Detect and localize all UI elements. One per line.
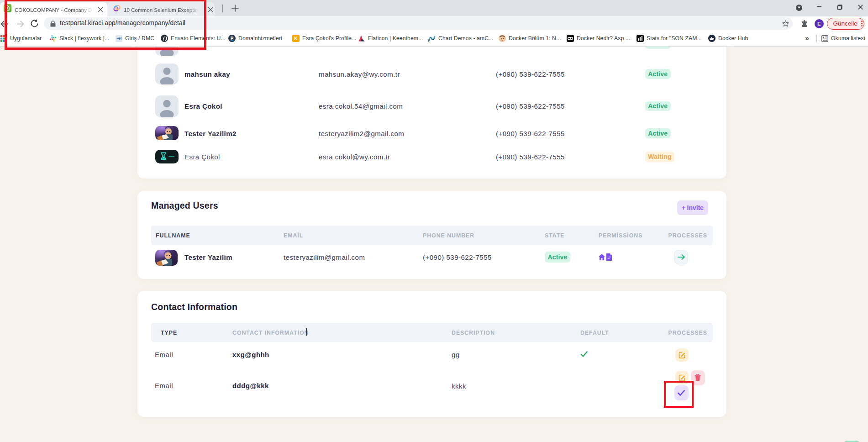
svg-text:P: P bbox=[231, 36, 234, 41]
user-name: mahsun akay bbox=[184, 70, 230, 78]
column-header-processes: PROCESSES bbox=[668, 232, 707, 239]
contact-type: Email bbox=[155, 351, 173, 358]
column-header-phone: PHONE NUMBER bbox=[423, 232, 474, 239]
contact-description: kkkk bbox=[452, 382, 466, 390]
managed-users-title: Managed Users bbox=[151, 200, 218, 211]
browser-window: Active mahsun akay mahsun.akay@wy.com.tr… bbox=[0, 0, 868, 442]
puzzle-icon bbox=[801, 20, 808, 27]
default-check-icon bbox=[580, 351, 588, 357]
plus-icon bbox=[231, 5, 239, 12]
managed-user-name: Tester Yazilim bbox=[184, 253, 232, 261]
flaticon-icon bbox=[358, 35, 365, 42]
column-header-email: EMAİL bbox=[284, 232, 303, 239]
column-header-state: STATE bbox=[545, 232, 564, 239]
face-avatar-icon bbox=[499, 35, 506, 42]
docker-hub-icon bbox=[708, 35, 715, 42]
user-phone: (+090) 539-622-7555 bbox=[496, 102, 565, 110]
annotation-rect-addressbar bbox=[5, 0, 206, 50]
user-phone: (+090) 539-622-7555 bbox=[496, 153, 565, 161]
company-users-card bbox=[137, 27, 726, 179]
edit-pencil-icon bbox=[679, 352, 685, 358]
k-square-icon: K bbox=[292, 35, 300, 42]
reading-list-button[interactable]: Okuma listesi bbox=[821, 31, 865, 46]
column-header-type: TYPE bbox=[161, 330, 177, 336]
avatar bbox=[155, 95, 179, 117]
document-permission-icon bbox=[606, 253, 612, 261]
minimize-icon bbox=[817, 6, 821, 7]
avatar-photo bbox=[155, 126, 179, 140]
user-phone: (+090) 539-622-7555 bbox=[496, 130, 565, 137]
edit-pencil-icon bbox=[679, 374, 685, 381]
tab-separator bbox=[222, 5, 223, 12]
edit-contact-button[interactable] bbox=[675, 348, 689, 362]
p-circle-icon: P bbox=[228, 35, 236, 42]
update-label: Güncelle bbox=[833, 20, 857, 27]
bookmark-item[interactable]: Docker Nedir? Asp .... bbox=[567, 31, 632, 46]
status-badge: Active bbox=[645, 101, 671, 111]
trash-icon bbox=[694, 374, 701, 381]
chevron-down-icon bbox=[797, 6, 801, 9]
bookmark-item[interactable]: Docker Bölüm 1: N... bbox=[499, 31, 561, 46]
contact-value: dddg@kkk bbox=[232, 382, 269, 389]
user-email: esra.cokol.54@gmail.com bbox=[319, 102, 403, 110]
user-email: mahsun.akay@wy.com.tr bbox=[319, 70, 400, 78]
home-permission-icon bbox=[598, 253, 605, 261]
amcharts-icon bbox=[428, 35, 436, 42]
avatar-initial: E bbox=[817, 21, 821, 26]
avatar bbox=[155, 63, 179, 84]
profile-avatar[interactable]: E bbox=[815, 19, 824, 29]
invite-button[interactable]: + Invite bbox=[677, 200, 708, 215]
column-header-description: DESCRİPTION bbox=[452, 330, 495, 336]
window-close-button[interactable] bbox=[853, 0, 868, 14]
black-stats-icon bbox=[637, 35, 644, 42]
extensions-button[interactable] bbox=[800, 19, 810, 29]
contact-type: Email bbox=[155, 382, 173, 389]
user-name: Esra Çokol bbox=[184, 153, 220, 161]
invite-label: Invite bbox=[687, 204, 704, 211]
status-badge: Active bbox=[545, 252, 570, 263]
bookmarks-overflow-button[interactable]: » bbox=[805, 31, 809, 46]
plus-icon: + bbox=[682, 204, 686, 211]
user-email: testeryazilim2@gmail.com bbox=[319, 130, 404, 137]
avatar-photo bbox=[155, 250, 178, 266]
bookmark-item[interactable]: Chart Demos - amC... bbox=[428, 31, 494, 46]
update-chrome-button[interactable]: Güncelle bbox=[827, 18, 864, 30]
open-processes-button[interactable] bbox=[674, 250, 688, 264]
tab-search-button[interactable] bbox=[796, 5, 802, 11]
arrow-right-icon bbox=[678, 254, 685, 260]
kebab-menu-icon[interactable] bbox=[861, 21, 863, 27]
user-phone: (+090) 539-622-7555 bbox=[496, 70, 565, 78]
column-header-permissions: PERMİSSİONS bbox=[599, 232, 642, 239]
column-header-processes: PROCESSES bbox=[668, 330, 707, 336]
bookmark-item[interactable]: K Esra Çokol's Profile... bbox=[292, 31, 356, 46]
bookmark-item[interactable]: Flaticon | Keenthem... bbox=[358, 31, 423, 46]
column-header-contact-info[interactable]: CONTACT INFORMATİON bbox=[232, 330, 309, 336]
status-badge: Active bbox=[645, 128, 671, 138]
user-name: Tester Yazilim2 bbox=[184, 130, 237, 137]
user-email: esra.cokol@wy.com.tr bbox=[319, 153, 390, 161]
managed-user-email: testeryazilim@gmail.com bbox=[284, 253, 365, 261]
bookmark-item[interactable]: Docker Hub bbox=[708, 31, 748, 46]
contact-value: xxg@ghhh bbox=[232, 351, 269, 358]
window-minimize-button[interactable] bbox=[811, 0, 827, 14]
column-header-fullname: FULLNAME bbox=[156, 232, 190, 239]
tab-close-icon[interactable] bbox=[207, 6, 214, 13]
user-name: Esra Çokol bbox=[184, 102, 222, 110]
status-badge: Waiting bbox=[645, 152, 674, 162]
black-circles-icon bbox=[567, 35, 574, 42]
reading-list-icon bbox=[821, 35, 828, 42]
bookmark-item[interactable]: P Domainhizmetleri bbox=[228, 31, 282, 46]
avatar-photo bbox=[155, 150, 179, 163]
chevrons-right-icon: » bbox=[805, 34, 809, 42]
text-cursor bbox=[306, 328, 307, 336]
restore-icon bbox=[837, 5, 842, 10]
bookmark-item[interactable]: Stats for "SON ZAM... bbox=[637, 31, 702, 46]
bookmarks-separator bbox=[816, 35, 817, 42]
managed-user-phone: (+090) 539-622-7555 bbox=[423, 253, 492, 261]
column-header-default: DEFAULT bbox=[580, 330, 609, 336]
annotation-rect-confirm-button bbox=[664, 381, 694, 408]
bookmark-star-icon[interactable] bbox=[782, 20, 789, 27]
contact-info-title: Contact Information bbox=[151, 302, 237, 312]
window-restore-button[interactable] bbox=[831, 0, 848, 14]
new-tab-button[interactable] bbox=[231, 5, 239, 12]
